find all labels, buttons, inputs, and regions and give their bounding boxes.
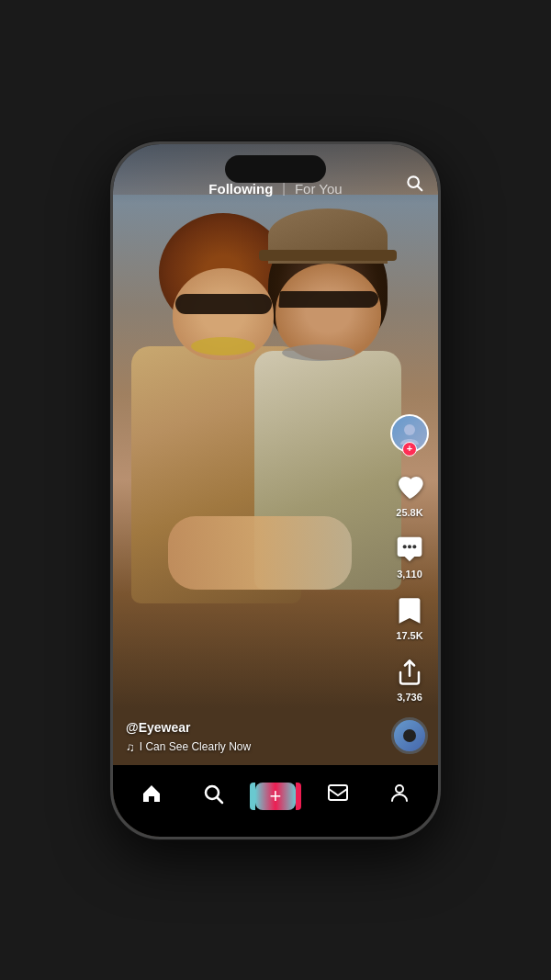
nav-divider: |: [282, 181, 286, 196]
dynamic-island: [225, 155, 326, 183]
svg-line-8: [218, 797, 223, 803]
nav-home[interactable]: [120, 783, 183, 810]
search-bottom-icon: [202, 783, 224, 810]
likes-count: 25.8K: [396, 507, 422, 518]
phone-screen: Following | For You: [113, 144, 438, 837]
heart-icon[interactable]: [393, 471, 426, 504]
comments-count: 3,110: [397, 569, 422, 580]
video-content: [113, 195, 438, 765]
share-icon[interactable]: [393, 656, 426, 689]
creator-avatar[interactable]: +: [390, 414, 429, 453]
follow-plus-button[interactable]: +: [402, 442, 417, 456]
svg-point-5: [412, 545, 416, 548]
song-info[interactable]: ♫ I Can See Clearly Now: [126, 740, 251, 754]
music-disc[interactable]: [391, 717, 428, 754]
nav-search[interactable]: [183, 783, 245, 810]
comment-icon[interactable]: [393, 533, 426, 566]
inbox-icon: [327, 783, 349, 809]
svg-point-3: [403, 545, 407, 548]
music-disc-inner: [403, 729, 416, 742]
bookmark-icon[interactable]: [393, 594, 426, 627]
hat-brim: [259, 250, 397, 261]
creator-username[interactable]: @Eyewear: [126, 720, 251, 735]
nav-create[interactable]: +: [244, 783, 307, 810]
like-action[interactable]: 25.8K: [393, 471, 426, 518]
svg-point-2: [404, 424, 415, 435]
profile-icon: [388, 783, 410, 810]
create-button[interactable]: +: [255, 783, 296, 810]
svg-point-10: [396, 785, 403, 793]
right-actions: + 25.8K: [390, 414, 429, 754]
comment-action[interactable]: 3,110: [393, 533, 426, 580]
arms: [168, 516, 352, 590]
nav-inbox[interactable]: [307, 783, 369, 809]
foryou-tab[interactable]: For You: [295, 181, 343, 197]
svg-rect-9: [329, 785, 347, 800]
video-info: @Eyewear ♫ I Can See Clearly Now: [126, 720, 251, 754]
plus-icon: +: [270, 784, 282, 808]
person-right-necklace: [282, 344, 355, 361]
bottom-navigation: +: [113, 765, 438, 837]
song-title: I Can See Clearly Now: [140, 740, 251, 753]
svg-point-4: [408, 545, 411, 548]
person-left-sunglasses: [175, 294, 272, 314]
bookmarks-count: 17.5K: [396, 630, 422, 641]
person-left-chain: [191, 337, 255, 355]
following-tab[interactable]: Following: [208, 181, 273, 197]
nav-tabs: Following | For You: [208, 181, 342, 197]
svg-line-1: [418, 186, 422, 190]
home-icon: [141, 783, 163, 810]
person-right-sunglasses: [278, 291, 379, 308]
share-action[interactable]: 3,736: [393, 656, 426, 703]
phone-frame: Following | For You: [110, 141, 441, 839]
shares-count: 3,736: [397, 692, 422, 703]
bookmark-action[interactable]: 17.5K: [393, 594, 426, 641]
search-icon-top[interactable]: [405, 174, 423, 197]
nav-profile[interactable]: [368, 783, 431, 810]
music-note-icon: ♫: [126, 740, 135, 754]
